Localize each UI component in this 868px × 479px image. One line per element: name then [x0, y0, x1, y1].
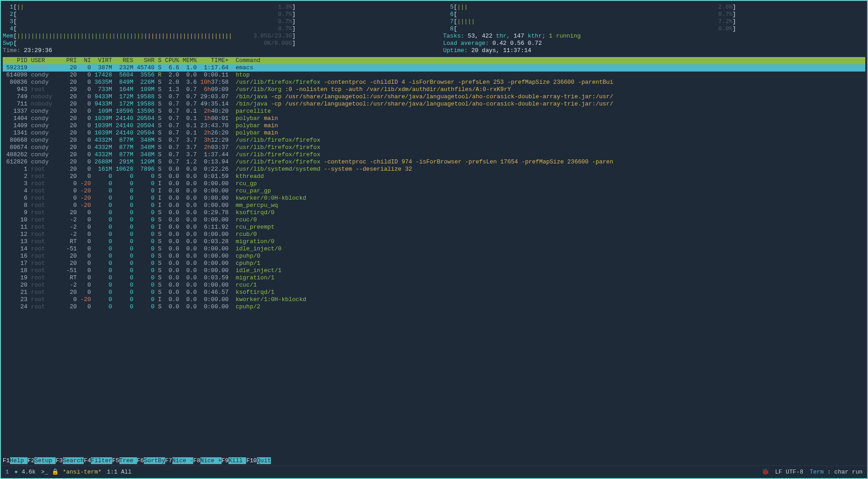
fkey-F9[interactable]: F9: [222, 457, 229, 464]
fkey-F4[interactable]: F4: [84, 457, 91, 464]
load-average: Load average: 0.42 0.56 0.72: [443, 40, 866, 47]
fkey-F10[interactable]: F10: [246, 457, 256, 464]
fkey-action-search[interactable]: Search: [63, 457, 84, 464]
process-row[interactable]: 21 root 20 0 0 0 0 S 0.0 0.0 0:46.57 kso…: [3, 289, 865, 296]
cpu-meter-1: 1[|| 1.3%]: [3, 4, 425, 11]
process-row[interactable]: 80668 condy 20 0 4332M 877M 348M S 0.7 3…: [3, 137, 865, 144]
process-row[interactable]: 18 root -51 0 0 0 0 S 0.0 0.0 0:00.00 id…: [3, 267, 865, 274]
cpu-meter-6: 6[ 0.7%]: [443, 11, 866, 18]
process-row[interactable]: 16 root 20 0 0 0 0 S 0.0 0.0 0:00.00 cpu…: [3, 253, 865, 260]
buffer-name[interactable]: *ansi-term*: [62, 469, 101, 476]
process-row[interactable]: 9 root 20 0 0 0 0 S 0.0 0.0 0:29.78 ksof…: [3, 209, 865, 216]
process-row[interactable]: 17 root 20 0 0 0 0 S 0.0 0.0 0:00.00 cpu…: [3, 260, 865, 267]
fkey-action-quit[interactable]: Quit: [257, 457, 271, 464]
process-row[interactable]: 80836 condy 20 0 3635M 849M 226M S 2.0 3…: [3, 79, 865, 86]
process-row[interactable]: 24 root 20 0 0 0 0 S 0.0 0.0 0:00.00 cpu…: [3, 303, 865, 311]
process-row[interactable]: 8 root 0 -20 0 0 0 I 0.0 0.0 0:00.00 mm_…: [3, 202, 865, 209]
modified-indicator-icon: ●: [14, 469, 18, 476]
process-row[interactable]: 488262 condy 20 0 4332M 877M 348M S 0.7 …: [3, 151, 865, 158]
cpu-meter-8: 8[ 0.0%]: [443, 25, 866, 33]
emacs-modeline: 1 ● 4.6k >_ 🔒 *ansi-term* 1:1 All 🐞 LF U…: [1, 465, 867, 478]
fkey-action-filter[interactable]: Filter: [91, 457, 112, 464]
process-list[interactable]: 592319 condy 20 0 387M 232M 45740 S 6.6 …: [3, 64, 865, 311]
fkey-F7[interactable]: F7: [165, 457, 172, 464]
swp-meter: Swp[ 0K/8.00G]: [3, 40, 425, 47]
process-row[interactable]: 1 root 20 0 161M 10628 7896 S 0.0 0.0 0:…: [3, 166, 865, 173]
process-row[interactable]: 1409 condy 20 0 1039M 24140 20504 S 0.7 …: [3, 122, 865, 129]
process-row[interactable]: 14 root -51 0 0 0 0 S 0.0 0.0 0:00.00 id…: [3, 245, 865, 253]
process-row[interactable]: 1404 condy 20 0 1039M 24140 20504 S 0.7 …: [3, 115, 865, 122]
terminal-icon: >_: [41, 469, 48, 476]
process-row[interactable]: 19 root RT 0 0 0 0 S 0.0 0.0 0:03.59 mig…: [3, 274, 865, 282]
process-row[interactable]: 12 root -2 0 0 0 0 S 0.0 0.0 0:00.00 rcu…: [3, 231, 865, 238]
fkey-F1[interactable]: F1: [3, 457, 10, 464]
fkey-action-help[interactable]: Help: [10, 457, 28, 464]
process-row[interactable]: 614098 condy 20 0 17428 5604 3556 R 2.0 …: [3, 72, 865, 79]
process-row[interactable]: 612826 condy 20 0 2688M 291M 120M S 0.7 …: [3, 158, 865, 166]
clock: Time: 23:29:36: [3, 47, 425, 54]
major-mode: Term : char run: [810, 469, 863, 476]
lock-icon: 🔒: [52, 469, 59, 476]
file-encoding: LF UTF-8: [775, 469, 803, 476]
process-row[interactable]: 1337 condy 20 0 109M 18596 13596 S 0.7 0…: [3, 108, 865, 115]
fkey-F2[interactable]: F2: [28, 457, 35, 464]
process-row[interactable]: 4 root 0 -20 0 0 0 I 0.0 0.0 0:00.00 rcu…: [3, 187, 865, 195]
meters-area: 1[|| 1.3%] 2[ 0.7%] 3[: [3, 4, 865, 54]
fkey-action-nice +[interactable]: Nice +: [200, 457, 222, 464]
fkey-F3[interactable]: F3: [56, 457, 63, 464]
cursor-position: 1:1 All: [107, 469, 132, 476]
tasks-summary: Tasks: 53, 422 thr, 147 kthr; 1 running: [443, 33, 866, 40]
process-row[interactable]: 3 root 0 -20 0 0 0 I 0.0 0.0 0:00.00 rcu…: [3, 180, 865, 187]
evil-state-indicator: 1: [5, 469, 9, 476]
fkey-F5[interactable]: F5: [112, 457, 119, 464]
process-row[interactable]: 1341 condy 20 0 1039M 24140 20504 S 0.7 …: [3, 129, 865, 137]
process-row[interactable]: 11 root -2 0 0 0 0 I 0.0 0.0 6:11.92 rcu…: [3, 224, 865, 231]
process-row[interactable]: 6 root 0 -20 0 0 0 I 0.0 0.0 0:00.00 kwo…: [3, 195, 865, 202]
process-row[interactable]: 10 root -2 0 0 0 0 S 0.0 0.0 0:00.00 rcu…: [3, 216, 865, 224]
process-row[interactable]: 711 nobody 20 0 9433M 172M 19588 S 0.7 0…: [3, 101, 865, 108]
fkey-F6[interactable]: F6: [137, 457, 144, 464]
cpu-meter-4: 4[ 0.7%]: [3, 25, 425, 33]
cpu-meter-3: 3[ 0.7%]: [3, 18, 425, 25]
cpu-meter-2: 2[ 0.7%]: [3, 11, 425, 18]
mem-meter: Mem[||||||||||||||||||||||||||||||||||||…: [3, 33, 425, 40]
process-row[interactable]: 592319 condy 20 0 387M 232M 45740 S 6.6 …: [3, 64, 865, 72]
uptime: Uptime: 20 days, 11:37:14: [443, 47, 866, 54]
function-key-bar[interactable]: F1Help F2Setup F3SearchF4FilterF5Tree F6…: [3, 457, 865, 465]
process-row[interactable]: 20 root -2 0 0 0 0 S 0.0 0.0 0:00.00 rcu…: [3, 282, 865, 289]
process-row[interactable]: 13 root RT 0 0 0 0 S 0.0 0.0 0:03.28 mig…: [3, 238, 865, 245]
process-row[interactable]: 943 root 20 0 733M 164M 109M S 1.3 0.7 6…: [3, 86, 865, 93]
fkey-action-kill[interactable]: Kill: [228, 457, 246, 464]
cpu-meter-5: 5[||| 2.6%]: [443, 4, 866, 11]
buffer-size: 4.6k: [22, 469, 36, 476]
fkey-F8[interactable]: F8: [193, 457, 200, 464]
htop-terminal: 1[|| 1.3%] 2[ 0.7%] 3[: [1, 1, 867, 311]
process-row[interactable]: 80674 condy 20 0 4332M 877M 348M S 0.7 3…: [3, 144, 865, 151]
fkey-action-tree[interactable]: Tree: [119, 457, 137, 464]
fkey-action-setup[interactable]: Setup: [34, 457, 56, 464]
fkey-action-sortby[interactable]: SortBy: [144, 457, 165, 464]
process-row[interactable]: 749 nobody 20 0 9433M 172M 19588 S 0.7 0…: [3, 93, 865, 101]
process-row[interactable]: 23 root 0 -20 0 0 0 I 0.0 0.0 0:00.00 kw…: [3, 296, 865, 303]
column-header[interactable]: PID USER PRI NI VIRT RES SHR S CPU% MEM%…: [3, 57, 865, 64]
cpu-meter-7: 7[||||| 7.2%]: [443, 18, 866, 25]
fkey-action-nice -[interactable]: Nice -: [172, 457, 194, 464]
bug-icon: 🐞: [762, 469, 769, 476]
process-row[interactable]: 2 root 20 0 0 0 0 S 0.0 0.0 0:01.59 kthr…: [3, 173, 865, 180]
